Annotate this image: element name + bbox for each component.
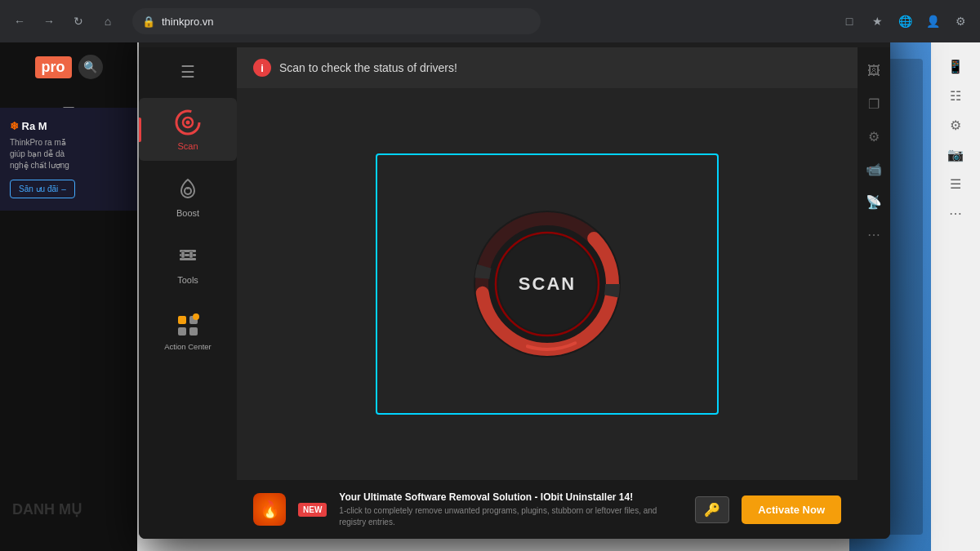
right-strip-settings-icon[interactable]: ⚙ <box>862 125 885 148</box>
app-right-strip: 🖼 ❐ ⚙ 📹 📡 ⋯ <box>858 47 890 539</box>
website-right-strip: 📱 ☷ ⚙ 📷 ☰ ⋯ <box>931 42 980 551</box>
right-strip-display-icon[interactable]: 📹 <box>862 158 885 180</box>
sidebar-action-center-label: Action Center <box>164 342 212 351</box>
nav-refresh-button[interactable]: ↻ <box>67 10 90 33</box>
browser-toolbar: ← → ↻ ⌂ 🔒 thinkpro.vn □ ★ 🌐 👤 ⚙ <box>0 0 980 42</box>
scan-area: SCAN <box>237 88 858 480</box>
website-promo-card: ❄ Ra M ThinkPro ra mắgiúp bạn dễ dànghệ … <box>0 108 137 211</box>
site-security-icon: 🔒 <box>142 16 155 28</box>
website-danh-muc-label: DANH MỤ <box>0 492 137 527</box>
bookmark-button[interactable]: ★ <box>866 10 889 33</box>
svg-rect-9 <box>189 251 193 258</box>
browser-right-icons: □ ★ 🌐 👤 ⚙ <box>838 10 972 33</box>
app-sidebar: ☰ Scan <box>139 47 237 539</box>
promo-card-desc: ThinkPro ra mắgiúp bạn dễ dànghệ chất lư… <box>10 137 127 171</box>
svg-point-2 <box>186 121 190 125</box>
translate-icon[interactable]: 🌐 <box>893 10 916 33</box>
promo-card-title: ❄ Ra M <box>10 120 127 132</box>
promo-key-icon[interactable]: 🔑 <box>695 496 729 523</box>
scan-container: SCAN <box>376 153 719 415</box>
status-bar: i Scan to check the status of drivers! <box>237 47 858 88</box>
nav-forward-button[interactable]: → <box>38 10 60 33</box>
website-logo: pro <box>35 56 72 78</box>
nav-back-button[interactable]: ← <box>8 10 31 33</box>
app-body: ☰ Scan <box>139 47 890 539</box>
sidebar-item-action-center[interactable]: Action Center <box>139 299 237 361</box>
svg-rect-10 <box>178 316 186 324</box>
promo-bar: 🔥 NEW Your Ultimate Software Removal Sol… <box>237 480 858 539</box>
promo-sub-text: 1-click to completely remove unwanted pr… <box>339 505 683 528</box>
sidebar-hamburger-button[interactable]: ☰ <box>139 56 237 94</box>
app-window: Driver Booster 12 FREE 💬 — □ ✕ ☰ <box>139 8 890 539</box>
nav-home-button[interactable]: ⌂ <box>96 10 119 33</box>
strip-icon-2[interactable]: ☷ <box>944 84 967 107</box>
svg-point-14 <box>193 313 199 320</box>
strip-icon-5[interactable]: ☰ <box>944 172 967 195</box>
svg-rect-12 <box>178 327 186 335</box>
svg-rect-7 <box>180 258 196 260</box>
activate-now-button[interactable]: Activate Now <box>742 495 841 524</box>
scan-icon <box>173 108 203 137</box>
address-text: thinkpro.vn <box>162 16 214 28</box>
sidebar-item-boost[interactable]: Boost <box>139 165 237 228</box>
profile-icon[interactable]: 👤 <box>921 10 944 33</box>
strip-icon-3[interactable]: ⚙ <box>944 113 967 136</box>
extensions-icon[interactable]: ⚙ <box>949 10 972 33</box>
promo-main-text: Your Ultimate Software Removal Solution … <box>339 491 683 503</box>
right-strip-monitor-icon[interactable]: 🖼 <box>862 60 885 82</box>
tab-new-button[interactable]: □ <box>838 10 861 33</box>
tools-icon <box>173 242 203 271</box>
right-strip-network-icon[interactable]: 📡 <box>862 190 885 213</box>
sidebar-item-scan[interactable]: Scan <box>139 98 237 161</box>
promo-text-area: Your Ultimate Software Removal Solution … <box>339 491 683 528</box>
strip-icon-more[interactable]: ⋯ <box>944 202 967 224</box>
sidebar-scan-label: Scan <box>177 141 198 151</box>
strip-icon-4[interactable]: 📷 <box>944 143 967 166</box>
sidebar-boost-label: Boost <box>176 208 199 218</box>
address-bar[interactable]: 🔒 thinkpro.vn <box>132 8 541 34</box>
sidebar-tools-label: Tools <box>177 275 198 285</box>
sidebar-item-tools[interactable]: Tools <box>139 232 237 295</box>
promo-card-button[interactable]: Săn ưu đãi – <box>10 180 75 198</box>
right-strip-more-icon[interactable]: ⋯ <box>862 223 885 246</box>
svg-rect-13 <box>189 327 198 335</box>
status-info-icon: i <box>253 59 271 77</box>
boost-icon <box>173 175 203 204</box>
action-center-icon <box>173 309 203 338</box>
scan-button[interactable] <box>466 202 629 366</box>
right-strip-windows-icon[interactable]: ❐ <box>862 92 885 115</box>
strip-icon-1[interactable]: 📱 <box>944 55 967 78</box>
status-text: Scan to check the status of drivers! <box>279 61 457 74</box>
app-main: i Scan to check the status of drivers! <box>237 47 858 539</box>
website-search-icon[interactable]: 🔍 <box>78 55 103 79</box>
scan-button-wrapper[interactable]: SCAN <box>466 202 629 366</box>
promo-new-badge: NEW <box>298 503 327 517</box>
active-indicator <box>139 118 141 142</box>
promo-product-icon: 🔥 <box>253 493 286 526</box>
svg-rect-8 <box>181 251 185 258</box>
